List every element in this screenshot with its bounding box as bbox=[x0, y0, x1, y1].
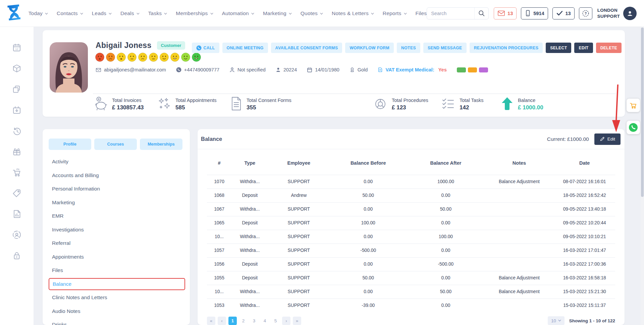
mood-5-icon[interactable] bbox=[138, 52, 148, 62]
nav-memberships[interactable]: Memberships bbox=[176, 10, 213, 16]
notes-button[interactable]: NOTES bbox=[397, 43, 420, 53]
chevron-down-icon bbox=[210, 13, 213, 15]
online-meeting-button[interactable]: ONLINE MEETING bbox=[222, 43, 268, 53]
nav-today[interactable]: Today bbox=[29, 10, 48, 16]
nav-notes-letters[interactable]: Notes & Letters bbox=[332, 10, 374, 16]
call-circle-icon bbox=[629, 123, 638, 132]
cell: SUPPORT bbox=[268, 257, 330, 271]
menu-item-audio-notes[interactable]: Audio Notes bbox=[43, 305, 190, 318]
cell: 09-05-2022 10:20:44 bbox=[554, 216, 615, 230]
cell: 0.00 bbox=[407, 243, 484, 257]
nav-deals[interactable]: Deals bbox=[120, 10, 140, 16]
tab-profile[interactable]: Profile bbox=[49, 139, 91, 150]
cell: 100.00 bbox=[407, 230, 484, 243]
send-message-button[interactable]: SEND MESSAGE bbox=[423, 43, 467, 53]
prev-page-button[interactable]: ‹ bbox=[218, 317, 226, 325]
user-avatar-icon[interactable] bbox=[623, 7, 637, 20]
mood-9-icon[interactable] bbox=[181, 52, 191, 62]
package-icon[interactable] bbox=[12, 64, 21, 73]
gender-item: Not specified bbox=[229, 67, 266, 72]
menu-item-drinks[interactable]: Drinks bbox=[43, 318, 190, 325]
mood-7-icon[interactable] bbox=[159, 52, 169, 62]
menu-item-referral[interactable]: Referral bbox=[43, 236, 190, 250]
user-menu[interactable]: LONDON SUPPORT bbox=[597, 7, 637, 20]
report-icon[interactable] bbox=[12, 209, 21, 219]
phone-item[interactable]: +447490009777 bbox=[176, 67, 219, 72]
chevron-down-icon bbox=[404, 13, 407, 15]
nav-contacts[interactable]: Contacts bbox=[57, 10, 83, 16]
nav-quotes[interactable]: Quotes bbox=[301, 10, 323, 16]
menu-item-appointments[interactable]: Appointments bbox=[43, 250, 190, 264]
app-logo[interactable] bbox=[0, 4, 29, 23]
mood-6-icon[interactable] bbox=[149, 52, 158, 62]
email-item[interactable]: abigailjones@mailinator.com bbox=[96, 67, 166, 72]
nav-marketing[interactable]: Marketing bbox=[263, 10, 292, 16]
select-button[interactable]: SELECT bbox=[546, 43, 571, 53]
page-4-button[interactable]: 4 bbox=[261, 317, 269, 325]
calendar-icon[interactable]: 12 bbox=[12, 43, 21, 52]
floating-cart-button[interactable] bbox=[627, 99, 640, 112]
mood-4-icon[interactable] bbox=[127, 52, 137, 62]
sms-badge[interactable]: 5914 bbox=[521, 7, 548, 19]
mood-10-icon[interactable] bbox=[192, 52, 201, 62]
page-size-select[interactable]: 10 bbox=[548, 316, 564, 325]
lock-icon[interactable] bbox=[12, 251, 21, 260]
cell: 1055 bbox=[207, 271, 231, 285]
search-icon[interactable] bbox=[474, 8, 488, 19]
menu-item-balance[interactable]: Balance bbox=[49, 278, 185, 290]
menu-item-clinic-notes-and-letters[interactable]: Clinic Notes and Letters bbox=[43, 291, 190, 305]
search-input[interactable] bbox=[427, 11, 474, 16]
last-page-button[interactable]: » bbox=[293, 317, 301, 325]
envelope-icon bbox=[96, 67, 101, 72]
menu-item-personal-information[interactable]: Personal Information bbox=[43, 182, 190, 196]
floating-call-button[interactable] bbox=[627, 121, 640, 134]
phone-icon bbox=[176, 67, 181, 72]
page-3-button[interactable]: 3 bbox=[250, 317, 258, 325]
menu-item-accounts-and-billing[interactable]: Accounts and Billing bbox=[43, 169, 190, 182]
tab-memberships[interactable]: Memberships bbox=[140, 139, 182, 150]
next-page-button[interactable]: › bbox=[282, 317, 290, 325]
cart-icon[interactable] bbox=[12, 168, 21, 177]
help-button[interactable]: ? bbox=[579, 7, 592, 19]
history-icon[interactable] bbox=[12, 126, 21, 136]
menu-item-files[interactable]: Files bbox=[43, 264, 190, 277]
first-page-button[interactable]: « bbox=[207, 317, 215, 325]
nav-files[interactable]: Files bbox=[416, 10, 427, 16]
messages-badge[interactable]: 13 bbox=[494, 7, 517, 19]
nav-automation[interactable]: Automation bbox=[222, 10, 254, 16]
tasks-badge[interactable]: 13 bbox=[552, 7, 575, 19]
mood-3-icon[interactable] bbox=[116, 52, 126, 62]
delete-button[interactable]: DELETE bbox=[596, 43, 622, 53]
mood-1-icon[interactable] bbox=[95, 52, 105, 62]
chevron-down-icon bbox=[164, 13, 167, 15]
nav-reports[interactable]: Reports bbox=[383, 10, 407, 16]
rejuvenation-procedures-button[interactable]: REJUVENATION PROCEDURES bbox=[470, 43, 543, 53]
call-button[interactable]: CALL bbox=[192, 43, 219, 53]
calendar-import-icon[interactable] bbox=[12, 105, 21, 115]
page-1-button[interactable]: 1 bbox=[228, 317, 237, 325]
menu-item-emr[interactable]: EMR bbox=[43, 209, 190, 223]
edit-button[interactable]: EDIT bbox=[574, 43, 593, 53]
nav-leads[interactable]: Leads bbox=[92, 10, 112, 16]
nav-tasks[interactable]: Tasks bbox=[148, 10, 167, 16]
available-consent-forms-button[interactable]: AVAILABLE CONSENT FORMS bbox=[271, 43, 342, 53]
gift-icon[interactable] bbox=[12, 147, 21, 156]
stat-value: 142 bbox=[460, 104, 483, 111]
mood-2-icon[interactable] bbox=[106, 52, 115, 62]
page-2-button[interactable]: 2 bbox=[239, 317, 248, 325]
account-sync-icon[interactable] bbox=[12, 230, 21, 239]
menu-item-activity[interactable]: Activity bbox=[43, 155, 190, 169]
edit-balance-button[interactable]: Edit bbox=[594, 133, 621, 145]
scrollbar[interactable] bbox=[641, 27, 644, 325]
tab-courses[interactable]: Courses bbox=[94, 139, 137, 150]
copy-icon[interactable] bbox=[12, 85, 21, 94]
cell: Withdra... bbox=[231, 243, 268, 257]
price-tag-icon[interactable] bbox=[12, 188, 21, 198]
workflow-form-button[interactable]: WORKFLOW FORM bbox=[345, 43, 394, 53]
page-5-button[interactable]: 5 bbox=[271, 317, 280, 325]
menu-item-investigations[interactable]: Investigations bbox=[43, 223, 190, 237]
mood-8-icon[interactable] bbox=[170, 52, 180, 62]
scrollbar-thumb[interactable] bbox=[641, 28, 644, 197]
cell: 50.00 bbox=[407, 202, 484, 216]
menu-item-marketing[interactable]: Marketing bbox=[43, 196, 190, 210]
